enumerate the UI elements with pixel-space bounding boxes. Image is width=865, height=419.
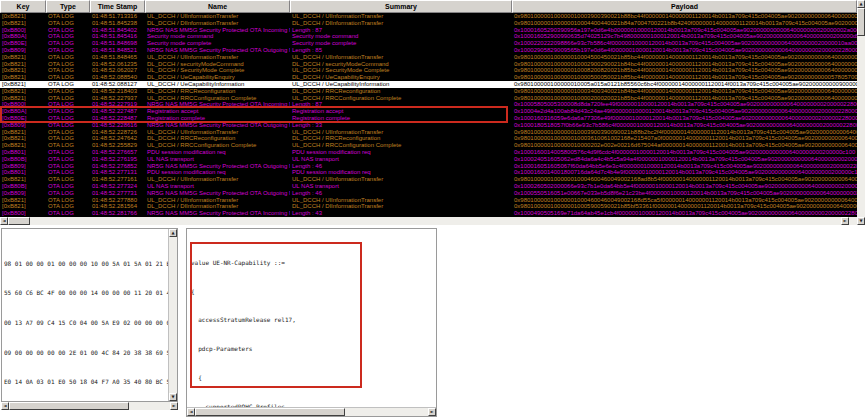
log-row[interactable]: [0xB821] OTA LOG 01:48:51.848465 UL_DCCH… xyxy=(0,54,857,61)
cell-name: UL_DCCH / RRCConfiguration Complete xyxy=(145,142,290,149)
cell-name: UL_DCCH / UlInformationTransfer xyxy=(145,129,290,136)
cell-payload: 0x10004e2d4a100ab84d43c24ae49f0000001000… xyxy=(512,108,857,115)
hex-scroll-up-button[interactable]: ▲ xyxy=(169,229,177,237)
log-row[interactable]: [0xB80A] OTA LOG 01:48:52.227487 Registr… xyxy=(0,108,857,115)
log-row[interactable]: [0xB80E] OTA LOG 01:48:52.228487 Registr… xyxy=(0,115,857,122)
hex-scroll-right-button[interactable]: ► xyxy=(170,402,178,410)
cell-timestamp: 01:48:52.227937 xyxy=(90,95,145,102)
log-row[interactable]: [0xB801] OTA LOG 01:48:52.276657 PDU ses… xyxy=(0,149,857,156)
cell-key: [0xB821] xyxy=(0,20,46,27)
table-scroll-down-button[interactable]: ▼ xyxy=(857,217,865,225)
log-row[interactable]: [0xB821] OTA LOG 01:48:51.845238 DL_DCCH… xyxy=(0,20,857,27)
cell-summary: UL NAS transport xyxy=(290,183,512,190)
cell-key: [0xB821] xyxy=(0,129,46,136)
protocol-log-analyzer-window: Key Type Time Stamp Name Summary Payload xyxy=(0,0,865,419)
column-header[interactable]: Type xyxy=(46,0,90,13)
column-header[interactable]: Summary xyxy=(290,0,512,13)
cell-payload: 0x100016051605067f60da64bb5e6e3c4f000000… xyxy=(512,163,857,170)
log-row[interactable]: [0xB821] OTA LOG 01:48:52.281564 DL_DCCH… xyxy=(0,203,857,210)
left-arrow-icon: ◄ xyxy=(3,403,6,408)
log-table-body: [0xB821] OTA LOG 01:48:51.713316 UL_DCCH… xyxy=(0,13,857,217)
log-row[interactable]: [0xB800] OTA LOG 01:48:52.227919 NR5G NA… xyxy=(0,101,857,108)
cell-key: [0xB821] xyxy=(0,81,46,88)
log-row[interactable]: [0xB821] OTA LOG 01:48:52.277161 UL_DCCH… xyxy=(0,176,857,183)
cell-key: [0xB821] xyxy=(0,135,46,142)
hex-scroll-left-button[interactable]: ◄ xyxy=(1,402,9,410)
hex-horizontal-scrollbar[interactable]: ◄ ► xyxy=(1,402,178,410)
cell-payload: 0x980100000100000010004500450021b85bc44f… xyxy=(512,54,857,61)
cell-timestamp: 01:48:51.845416 xyxy=(90,33,145,40)
log-row[interactable]: [0xB801] OTA LOG 01:48:52.277131 PDU ses… xyxy=(0,169,857,176)
column-header[interactable]: Key xyxy=(0,0,46,13)
cell-key: [0xB821] xyxy=(0,176,46,183)
log-row[interactable]: [0xB80B] OTA LOG 01:48:52.277324 UL NAS … xyxy=(0,183,857,190)
cell-payload: 0x980100000100000010003900390021b88bc44f… xyxy=(512,13,857,20)
log-row[interactable]: [0xB821] OTA LOG 01:48:52.061235 DL_DCCH… xyxy=(0,61,857,68)
decode-scroll-left-button[interactable]: ◄ xyxy=(187,408,195,416)
hex-line: 09 00 00 00 00 00 2E 01 00 4C 84 20 38 3… xyxy=(4,349,168,356)
table-scroll-down-corner[interactable]: ▼ xyxy=(857,217,865,225)
cell-timestamp: 01:48:52.281564 xyxy=(90,203,145,210)
log-row[interactable]: [0xB821] OTA LOG 01:48:52.088127 UL_DCCH… xyxy=(0,81,857,88)
table-hscroll-thumb[interactable] xyxy=(8,217,30,225)
table-scroll-up-button[interactable]: ▲ xyxy=(857,0,865,8)
hex-scroll-down-button[interactable]: ▼ xyxy=(169,393,177,401)
cell-payload: 0x10005805005300008d8da720fee49f00000010… xyxy=(512,101,857,108)
log-row[interactable]: [0xB80E] OTA LOG 01:48:51.848698 Securit… xyxy=(0,40,857,47)
decode-line: pdcp-Parameters xyxy=(191,345,435,352)
cell-key: [0xB821] xyxy=(0,95,46,102)
log-row[interactable]: [0xB821] OTA LOG 01:48:52.247642 DL_DCCH… xyxy=(0,135,857,142)
column-header[interactable]: Payload xyxy=(512,0,857,13)
table-horizontal-scrollbar[interactable]: ◄ ► xyxy=(0,217,857,225)
cell-summary: Length : 46 xyxy=(290,190,512,197)
cell-key: [0xB821] xyxy=(0,74,46,81)
log-row[interactable]: [0xB809] OTA LOG 01:48:51.848521 NR5G NA… xyxy=(0,47,857,54)
cell-timestamp: 01:48:52.218403 xyxy=(90,88,145,95)
log-row[interactable]: [0xB821] OTA LOG 01:48:51.713316 UL_DCCH… xyxy=(0,13,857,20)
cell-name: DL_DCCH / RRCReconfiguration xyxy=(145,135,290,142)
hex-vertical-scrollbar[interactable]: ▲ ▼ xyxy=(168,229,177,401)
cell-timestamp: 01:48:52.228487 xyxy=(90,115,145,122)
log-row[interactable]: [0xB800] OTA LOG 01:48:51.845402 NR5G NA… xyxy=(0,27,857,34)
hex-dump-panel[interactable]: 98 01 00 00 01 00 00 00 10 00 5A 01 5A 0… xyxy=(1,228,178,402)
cell-timestamp: 01:48:51.713316 xyxy=(90,13,145,20)
cell-name: DL_DCCH / securityModeCommand xyxy=(145,61,290,68)
decode-hscroll-thumb[interactable] xyxy=(195,408,345,416)
decoded-message-panel[interactable]: value UE-NR-Capability ::= { accessStrat… xyxy=(186,228,437,417)
decode-horizontal-scrollbar[interactable]: ◄ ► xyxy=(187,407,436,416)
log-row[interactable]: [0xB821] OTA LOG 01:48:52.255829 UL_DCCH… xyxy=(0,142,857,149)
column-header[interactable]: Time Stamp xyxy=(90,0,145,13)
decode-scroll-right-button[interactable]: ► xyxy=(428,408,436,416)
table-scroll-left-button[interactable]: ◄ xyxy=(0,217,8,225)
cell-type: OTA LOG xyxy=(46,40,90,47)
column-header[interactable]: Name xyxy=(145,0,290,13)
cell-payload: 0x980100000100000010000500050021b85bc44f… xyxy=(512,74,857,81)
cell-name: NR5G NAS MM5G Security Protected OTA Inc… xyxy=(145,101,290,108)
log-row[interactable]: [0xB80B] OTA LOG 01:48:52.276195 UL NAS … xyxy=(0,156,857,163)
column-header-label: Name xyxy=(208,3,227,10)
table-vertical-scrollbar[interactable]: ▲ xyxy=(857,0,865,217)
cell-summary: UL_DCCH / UlInformationTransfer xyxy=(290,13,512,20)
log-row[interactable]: [0xB821] OTA LOG 01:48:52.218403 DL_DCCH… xyxy=(0,88,857,95)
cell-timestamp: 01:48:52.281766 xyxy=(90,210,145,217)
log-row[interactable]: [0xB809] OTA LOG 01:48:52.228616 NR5G NA… xyxy=(0,122,857,129)
cell-key: [0xB821] xyxy=(0,61,46,68)
log-row[interactable]: [0xB80A] OTA LOG 01:48:51.845416 Securit… xyxy=(0,33,857,40)
hex-hscroll-thumb[interactable] xyxy=(9,402,129,410)
cell-payload: 0x980100000100000010005900590021b85bf533… xyxy=(512,203,857,210)
cell-key: [0xB80E] xyxy=(0,115,46,122)
log-row[interactable]: [0xB821] OTA LOG 01:48:52.088540 DL_DCCH… xyxy=(0,74,857,81)
table-vscroll-thumb[interactable] xyxy=(857,8,865,36)
log-row[interactable]: [0xB821] OTA LOG 01:48:52.277880 UL_DCCH… xyxy=(0,197,857,204)
log-row[interactable]: [0xB821] OTA LOG 01:48:52.228726 UL_DCCH… xyxy=(0,129,857,136)
log-row[interactable]: [0xB809] OTA LOG 01:48:52.276852 NR5G NA… xyxy=(0,163,857,170)
table-scroll-right-button[interactable]: ► xyxy=(841,217,849,225)
cell-name: Security mode complete xyxy=(145,40,290,47)
cell-type: OTA LOG xyxy=(46,81,90,88)
log-row[interactable]: [0xB809] OTA LOG 01:48:52.277731 NR5G NA… xyxy=(0,190,857,197)
log-row[interactable]: [0xB821] OTA LOG 01:48:52.062027 UL_DCCH… xyxy=(0,67,857,74)
log-row[interactable]: [0xB821] OTA LOG 01:48:52.227937 UL_DCCH… xyxy=(0,95,857,102)
cell-summary: UL_DCCH / UlInformationTransfer xyxy=(290,197,512,204)
log-row[interactable]: [0xB800] OTA LOG 01:48:52.281766 NR5G NA… xyxy=(0,210,857,217)
cell-payload: 0x980100000100000010005a015a0121b85560c6… xyxy=(512,81,857,88)
